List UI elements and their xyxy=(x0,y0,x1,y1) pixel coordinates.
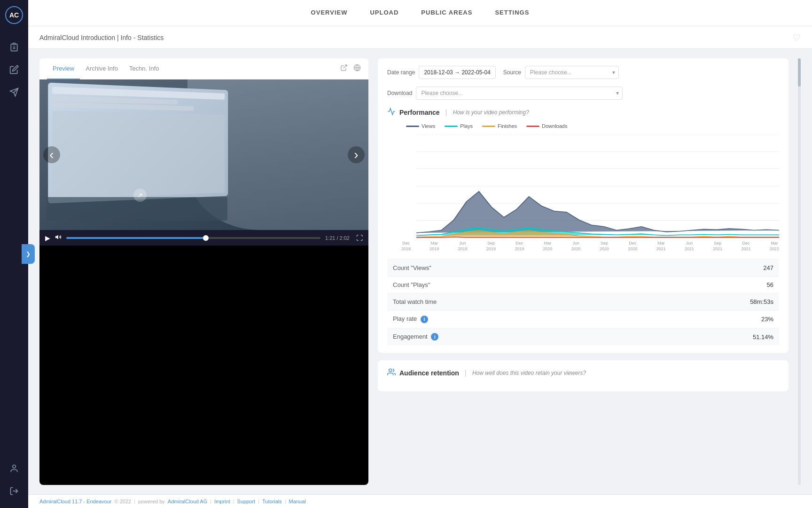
play-rate-info-icon[interactable]: i xyxy=(421,316,428,323)
chart-wrapper: 30252015105 xyxy=(387,135,779,238)
chart-x-axis: Dec2018 Mar2019 Jun2019 Sep2019 Dec2019 … xyxy=(401,238,779,252)
footer-imprint-link[interactable]: Imprint xyxy=(214,499,230,504)
date-range-label: Date range xyxy=(387,69,415,76)
scroll-thumb[interactable] xyxy=(798,58,801,87)
audience-retention-subtitle: How well does this video retain your vie… xyxy=(472,370,586,376)
download-row: Download Please choose... xyxy=(387,87,779,100)
x-label-dec2021: Dec2021 xyxy=(742,241,751,252)
tab-archive-info[interactable]: Archive Info xyxy=(80,58,124,79)
video-progress-thumb xyxy=(203,235,209,241)
app-logo[interactable]: AC xyxy=(5,6,23,24)
x-label-jun2020: Jun2020 xyxy=(571,241,581,252)
x-label-jun2021: Jun2021 xyxy=(685,241,694,252)
x-label-mar2019: Mar2019 xyxy=(429,241,439,252)
tab-actions xyxy=(340,64,361,73)
scroll-track[interactable] xyxy=(798,58,801,485)
fullscreen-button[interactable]: ⛶ xyxy=(356,234,363,242)
stat-play-rate-value: 23% xyxy=(631,310,779,328)
download-label: Download xyxy=(387,90,412,96)
x-label-mar2020: Mar2020 xyxy=(543,241,552,252)
video-progress-fill xyxy=(66,237,206,239)
download-select[interactable]: Please choose... xyxy=(416,87,623,100)
footer-version-link[interactable]: AdmiralCloud 11.7 - Endeavour xyxy=(39,499,111,504)
breadcrumb: AdmiralCloud Introduction | Info - Stati… xyxy=(39,34,164,41)
audience-retention-title: Audience retention xyxy=(399,369,459,377)
send-icon[interactable] xyxy=(7,85,22,100)
video-next-button[interactable]: › xyxy=(348,146,365,163)
x-label-dec2018: Dec2018 xyxy=(401,241,411,252)
footer-sep-1: | xyxy=(134,499,135,504)
x-label-jun2019: Jun2019 xyxy=(458,241,468,252)
footer-copyright: © 2022 xyxy=(114,499,131,504)
stats-table: Count "Views" 247 Count "Plays" 56 Total… xyxy=(387,259,779,345)
video-progress-bar[interactable] xyxy=(66,237,320,239)
tab-techn-info[interactable]: Techn. Info xyxy=(124,58,165,79)
source-select-wrapper: Please choose... xyxy=(525,66,619,79)
nav-settings[interactable]: SETTINGS xyxy=(493,0,531,26)
footer-support-link[interactable]: Support xyxy=(237,499,256,504)
legend-plays: Plays xyxy=(445,123,473,129)
stat-views: Count "Views" 247 xyxy=(387,260,779,277)
footer-sep-2: | xyxy=(210,499,211,504)
stat-engagement-label: Engagement i xyxy=(387,328,631,345)
date-range-input[interactable]: 2018-12-03 → 2022-05-04 xyxy=(419,66,495,79)
download-group: Download Please choose... xyxy=(387,87,623,100)
nav-overview[interactable]: OVERVIEW xyxy=(309,0,350,26)
share-icon[interactable] xyxy=(340,64,348,73)
stat-plays-value: 56 xyxy=(631,277,779,294)
globe-icon[interactable] xyxy=(353,64,361,73)
x-label-sep2020: Sep2020 xyxy=(600,241,609,252)
svg-point-7 xyxy=(13,465,16,468)
tab-preview[interactable]: Preview xyxy=(47,58,80,79)
footer: AdmiralCloud 11.7 - Endeavour © 2022 | p… xyxy=(28,494,812,508)
clipboard-icon[interactable] xyxy=(7,40,22,55)
engagement-info-icon[interactable]: i xyxy=(431,333,438,341)
edit-icon[interactable] xyxy=(7,62,22,77)
footer-manual-link[interactable]: Manual xyxy=(289,499,306,504)
source-group: Source Please choose... xyxy=(503,66,619,79)
download-select-wrapper: Please choose... xyxy=(416,87,623,100)
legend-downloads: Downloads xyxy=(526,123,567,129)
stat-watch-time-label: Total watch time xyxy=(387,294,631,310)
nav-public-areas[interactable]: PUBLIC AREAS xyxy=(419,0,474,26)
volume-button[interactable] xyxy=(55,234,62,242)
performance-title: Performance xyxy=(399,109,440,116)
x-label-mar2021: Mar2021 xyxy=(656,241,666,252)
svg-text:AC: AC xyxy=(9,11,19,19)
chart-area xyxy=(416,135,779,238)
x-label-dec2020: Dec2020 xyxy=(628,241,637,252)
stat-views-label: Count "Views" xyxy=(387,260,631,277)
nav-upload[interactable]: UPLOAD xyxy=(368,0,400,26)
legend-finishes: Finishes xyxy=(482,123,517,129)
sidebar-bottom xyxy=(7,457,22,502)
logout-icon[interactable] xyxy=(7,484,22,499)
play-button[interactable]: ▶ xyxy=(45,234,50,242)
audience-icon xyxy=(387,368,396,378)
video-container: ↗ ‹ › ▶ xyxy=(39,79,368,485)
x-label-mar2022: Mar2022 xyxy=(770,241,779,252)
video-prev-button[interactable]: ‹ xyxy=(43,146,60,163)
svg-rect-2 xyxy=(13,43,16,45)
stat-watch-time: Total watch time 58m:53s xyxy=(387,294,779,310)
stat-play-rate: Play rate i 23% xyxy=(387,310,779,328)
left-panel: Preview Archive Info Techn. Info xyxy=(39,58,368,485)
stat-watch-time-value: 58m:53s xyxy=(631,294,779,310)
breadcrumb-bar: AdmiralCloud Introduction | Info - Stati… xyxy=(28,26,812,49)
stat-engagement-value: 51.14% xyxy=(631,328,779,345)
stat-plays-label: Count "Plays" xyxy=(387,277,631,294)
footer-tutorials-link[interactable]: Tutorials xyxy=(262,499,282,504)
right-panel: Date range 2018-12-03 → 2022-05-04 Sourc… xyxy=(378,58,789,485)
footer-admiralcloud-link[interactable]: AdmiralCloud AG xyxy=(168,499,207,504)
video-preview: ↗ ‹ › xyxy=(39,79,368,230)
main-content: OVERVIEW UPLOAD PUBLIC AREAS SETTINGS Ad… xyxy=(28,0,812,508)
stat-views-value: 247 xyxy=(631,260,779,277)
performance-subtitle: How is your video performing? xyxy=(453,109,529,116)
stat-plays: Count "Plays" 56 xyxy=(387,277,779,294)
favorite-icon[interactable]: ♡ xyxy=(792,32,801,43)
user-icon[interactable] xyxy=(7,461,22,476)
date-range-group: Date range 2018-12-03 → 2022-05-04 xyxy=(387,66,496,79)
stats-card: Date range 2018-12-03 → 2022-05-04 Sourc… xyxy=(378,58,789,353)
svg-line-9 xyxy=(344,65,347,68)
sidebar-expand-button[interactable]: ❯ xyxy=(22,244,35,264)
source-select[interactable]: Please choose... xyxy=(525,66,619,79)
